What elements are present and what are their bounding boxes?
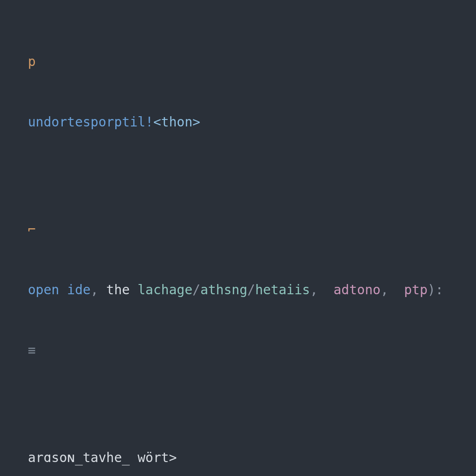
- code-token: open ide: [28, 282, 91, 298]
- code-token: ≡: [28, 343, 36, 358]
- code-token: ⌐: [28, 222, 36, 237]
- code-token: <thon>: [153, 114, 200, 130]
- code-token: ptp: [404, 282, 428, 298]
- code-token: adtono: [334, 282, 381, 298]
- code-token: ):: [428, 282, 443, 298]
- code-token: athsng: [200, 282, 247, 298]
- code-token: hetaiis: [255, 282, 310, 298]
- code-token: arɑsoɴ_tavhe_ wört>: [28, 450, 177, 465]
- code-editor[interactable]: p undortesporptil!<thon> ⌐ open ide, the…: [0, 0, 476, 476]
- code-token: ,: [381, 282, 404, 298]
- code-token: /: [247, 282, 255, 298]
- code-token: lachage: [138, 282, 192, 298]
- code-token: [130, 282, 138, 298]
- code-token: ,: [310, 282, 334, 298]
- code-token: p: [28, 54, 36, 69]
- code-token: the: [106, 282, 130, 298]
- code-token: undortesporptil!: [28, 114, 153, 130]
- code-token: ,: [91, 282, 106, 298]
- code-token: /: [192, 282, 200, 298]
